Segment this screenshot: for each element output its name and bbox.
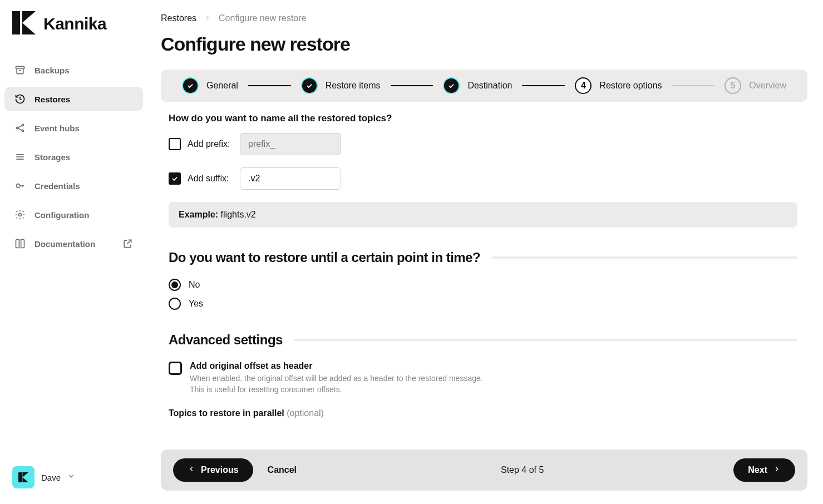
radio-label: Yes bbox=[189, 299, 203, 309]
step-destination[interactable]: Destination bbox=[443, 77, 512, 94]
parallel-field: Topics to restore in parallel (optional) bbox=[169, 408, 797, 418]
step-connector bbox=[391, 85, 433, 86]
radio-icon bbox=[169, 298, 181, 310]
chevron-right-icon bbox=[773, 465, 781, 475]
form-scroll[interactable]: How do you want to name all the restored… bbox=[161, 113, 807, 436]
breadcrumb-current: Configure new restore bbox=[219, 13, 306, 23]
sidebar-item-credentials[interactable]: Credentials bbox=[4, 174, 143, 198]
pit-radio-group: No Yes bbox=[169, 279, 797, 310]
parallel-label: Topics to restore in parallel bbox=[169, 408, 284, 418]
history-icon bbox=[14, 93, 26, 105]
svg-point-13 bbox=[16, 184, 20, 188]
avatar bbox=[12, 466, 35, 488]
check-icon bbox=[301, 77, 318, 94]
pit-radio-yes[interactable]: Yes bbox=[169, 298, 797, 310]
pit-section-header: Do you want to restore until a certain p… bbox=[169, 250, 797, 265]
advanced-title: Advanced settings bbox=[169, 332, 283, 348]
step-overview[interactable]: 5 Overview bbox=[725, 77, 786, 94]
chevron-right-icon bbox=[204, 13, 211, 23]
parallel-optional: (optional) bbox=[287, 408, 324, 418]
key-icon bbox=[14, 180, 26, 191]
sidebar-item-configuration[interactable]: Configuration bbox=[4, 202, 143, 227]
advanced-section-header: Advanced settings bbox=[169, 332, 797, 348]
check-icon bbox=[443, 77, 460, 94]
suffix-row: Add suffix: bbox=[169, 167, 797, 190]
sidebar-item-label: Storages bbox=[35, 152, 70, 162]
svg-point-7 bbox=[22, 130, 23, 131]
sidebar-item-label: Configuration bbox=[35, 210, 89, 220]
pit-question: Do you want to restore until a certain p… bbox=[169, 250, 480, 265]
button-label: Next bbox=[748, 465, 767, 475]
svg-rect-17 bbox=[18, 472, 22, 482]
divider bbox=[491, 256, 797, 259]
step-general[interactable]: General bbox=[182, 77, 238, 94]
sidebar-item-restores[interactable]: Restores bbox=[4, 87, 143, 111]
offset-header-checkbox[interactable] bbox=[169, 362, 182, 375]
step-label: Overview bbox=[749, 81, 786, 91]
sidebar-item-label: Credentials bbox=[35, 181, 80, 191]
chevron-left-icon bbox=[188, 465, 195, 475]
previous-button[interactable]: Previous bbox=[173, 458, 253, 482]
example-value: flights.v2 bbox=[221, 210, 256, 219]
book-icon bbox=[14, 238, 26, 249]
svg-rect-3 bbox=[16, 66, 24, 68]
footer-bar: Previous Cancel Step 4 of 5 Next bbox=[161, 449, 807, 491]
step-restore-options[interactable]: 4 Restore options bbox=[575, 77, 662, 94]
svg-rect-0 bbox=[12, 11, 20, 34]
svg-marker-1 bbox=[22, 11, 36, 23]
sidebar-item-documentation[interactable]: Documentation bbox=[4, 231, 143, 256]
button-label: Cancel bbox=[268, 465, 297, 475]
prefix-label: Add prefix: bbox=[188, 139, 233, 149]
suffix-checkbox[interactable] bbox=[169, 172, 181, 185]
svg-marker-2 bbox=[22, 23, 36, 34]
prefix-checkbox[interactable] bbox=[169, 138, 181, 150]
offset-header-row: Add original offset as header When enabl… bbox=[169, 361, 797, 395]
step-connector bbox=[672, 85, 714, 86]
sidebar: Kannika Backups Restores Event hubs Sto bbox=[0, 0, 147, 504]
sidebar-item-event-hubs[interactable]: Event hubs bbox=[4, 116, 143, 140]
breadcrumb-root[interactable]: Restores bbox=[161, 13, 196, 23]
example-box: Example: flights.v2 bbox=[169, 202, 797, 228]
svg-line-9 bbox=[18, 129, 22, 130]
step-connector bbox=[522, 85, 565, 86]
sidebar-item-backups[interactable]: Backups bbox=[4, 58, 143, 82]
archive-icon bbox=[14, 65, 26, 76]
step-number: 5 bbox=[725, 77, 741, 94]
user-name: Dave bbox=[41, 473, 61, 482]
step-connector bbox=[248, 85, 291, 86]
sidebar-item-storages[interactable]: Storages bbox=[4, 145, 143, 169]
svg-point-5 bbox=[16, 127, 18, 129]
stepper: General Restore items Destination 4 Rest… bbox=[161, 70, 807, 102]
prefix-input[interactable] bbox=[240, 133, 341, 155]
main: Restores Configure new restore Configure… bbox=[147, 0, 823, 504]
pit-radio-no[interactable]: No bbox=[169, 279, 797, 291]
button-label: Previous bbox=[201, 465, 239, 475]
chevron-down-icon bbox=[67, 472, 75, 482]
user-menu[interactable]: Dave bbox=[4, 462, 143, 493]
sidebar-item-label: Documentation bbox=[35, 239, 95, 249]
step-label: Restore options bbox=[599, 81, 662, 91]
sidebar-item-label: Backups bbox=[35, 66, 70, 75]
radio-icon bbox=[169, 279, 181, 291]
divider bbox=[294, 339, 797, 341]
radio-label: No bbox=[189, 280, 200, 290]
step-indicator: Step 4 of 5 bbox=[501, 465, 544, 475]
check-icon bbox=[182, 77, 199, 94]
next-button[interactable]: Next bbox=[733, 458, 795, 482]
breadcrumb: Restores Configure new restore bbox=[161, 13, 807, 23]
logo[interactable]: Kannika bbox=[4, 11, 143, 37]
offset-header-help: When enabled, the original offset will b… bbox=[190, 373, 483, 395]
svg-marker-19 bbox=[22, 477, 28, 482]
step-label: Restore items bbox=[326, 81, 381, 91]
step-restore-items[interactable]: Restore items bbox=[301, 77, 381, 94]
logo-mark-icon bbox=[12, 11, 36, 37]
cancel-button[interactable]: Cancel bbox=[253, 458, 311, 482]
storage-icon bbox=[14, 151, 26, 162]
naming-question: How do you want to name all the restored… bbox=[169, 113, 797, 124]
gear-icon bbox=[14, 209, 26, 220]
svg-point-16 bbox=[19, 214, 22, 216]
svg-line-8 bbox=[18, 126, 22, 127]
step-number: 4 bbox=[575, 77, 592, 94]
prefix-row: Add prefix: bbox=[169, 133, 797, 155]
suffix-input[interactable] bbox=[240, 167, 341, 190]
